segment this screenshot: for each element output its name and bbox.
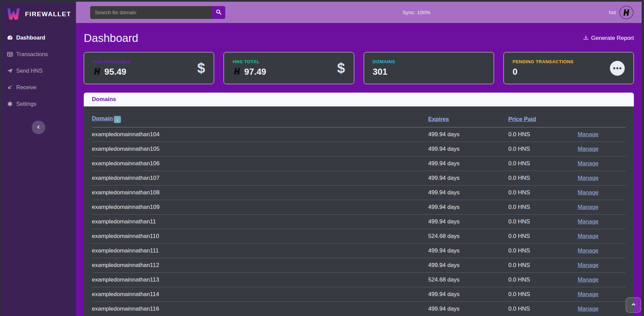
card-value: 301	[373, 67, 387, 77]
sidebar-item-label: Dashboard	[16, 34, 45, 41]
domain-row: exampledomainnathan11499.94 days0.0 HNSM…	[92, 215, 626, 229]
card-text: DOMAINS301	[373, 59, 395, 77]
card-text: HNS TOTAL97.49	[233, 59, 266, 77]
domain-price: 0.0 HNS	[508, 200, 578, 215]
card-label: HNS TOTAL	[233, 59, 266, 64]
sidebar-item-label: Send HNS	[16, 68, 43, 74]
domain-price: 0.0 HNS	[508, 215, 578, 229]
domain-expires: 499.94 days	[428, 258, 508, 273]
hns-logo-icon	[233, 68, 241, 76]
app-window: FIREWALLET DashboardTransactionsSend HNS…	[1, 2, 642, 316]
brand-name: FIREWALLET	[25, 10, 71, 18]
dollar-icon: $	[337, 61, 345, 75]
stat-card-domains: DOMAINS301	[364, 52, 494, 84]
card-value: 97.49	[244, 67, 266, 77]
domain-price: 0.0 HNS	[508, 156, 578, 171]
scroll-to-top-button[interactable]	[626, 297, 641, 313]
manage-link[interactable]: Manage	[578, 218, 598, 225]
card-label: HNS AVAILABLE	[93, 59, 131, 64]
sort-by-domain-link[interactable]: Domain	[92, 115, 113, 122]
handshake-logo-icon[interactable]	[619, 6, 634, 19]
manage-link[interactable]: Manage	[578, 247, 598, 254]
domain-expires: 499.94 days	[428, 127, 508, 142]
brand[interactable]: FIREWALLET	[1, 2, 76, 26]
domain-expires: 499.94 days	[428, 244, 508, 258]
sidebar-item-transactions[interactable]: Transactions	[1, 46, 76, 63]
page-content: Dashboard Generate Report HNS AVAILABLE9…	[76, 23, 642, 316]
sidebar-item-label: Transactions	[16, 51, 48, 57]
domain-price: 0.0 HNS	[508, 287, 578, 302]
page-title: Dashboard	[84, 32, 138, 45]
stat-card-hns-total: HNS TOTAL97.49$	[224, 52, 354, 84]
domain-expires: 499.94 days	[428, 156, 508, 171]
sort-by-price-link[interactable]: Price Paid	[508, 116, 536, 122]
chevron-left-icon	[36, 125, 41, 130]
topbar: Sync: 100% hot	[76, 2, 642, 23]
manage-link[interactable]: Manage	[578, 276, 598, 283]
card-label: DOMAINS	[373, 59, 395, 64]
domain-name: exampledomainnathan116	[92, 302, 428, 316]
hns-logo-icon	[93, 68, 102, 76]
domain-name: exampledomainnathan108	[92, 186, 428, 200]
sort-by-expires-link[interactable]: Expires	[428, 116, 449, 122]
domain-row: exampledomainnathan108499.94 days0.0 HNS…	[92, 186, 626, 200]
domain-name: exampledomainnathan112	[92, 258, 428, 273]
sidebar-item-label: Settings	[16, 101, 36, 107]
manage-link[interactable]: Manage	[578, 291, 598, 297]
manage-link[interactable]: Manage	[578, 189, 598, 196]
domain-row: exampledomainnathan106499.94 days0.0 HNS…	[92, 156, 626, 171]
manage-link[interactable]: Manage	[578, 160, 598, 167]
manage-link[interactable]: Manage	[578, 204, 598, 210]
page-header: Dashboard Generate Report	[84, 32, 634, 45]
firewallet-logo-icon	[7, 8, 20, 21]
receive-icon	[7, 84, 13, 91]
domain-expires: 499.94 days	[428, 215, 508, 229]
domain-row: exampledomainnathan109499.94 days0.0 HNS…	[92, 200, 626, 215]
domain-expires: 499.94 days	[428, 302, 508, 316]
manage-link[interactable]: Manage	[578, 233, 598, 239]
chevron-up-icon	[631, 302, 636, 308]
sidebar-item-send-hns[interactable]: Send HNS	[1, 63, 76, 79]
sidebar: FIREWALLET DashboardTransactionsSend HNS…	[1, 2, 76, 316]
domain-price: 0.0 HNS	[508, 302, 578, 316]
sidebar-item-receive[interactable]: Receive	[1, 79, 76, 96]
dollar-icon: $	[197, 61, 205, 75]
domain-row: exampledomainnathan110524.68 days0.0 HNS…	[92, 229, 626, 244]
search-icon	[216, 9, 222, 16]
sidebar-item-dashboard[interactable]: Dashboard	[1, 29, 76, 46]
domain-expires: 524.68 days	[428, 229, 508, 244]
domain-row: exampledomainnathan116499.94 days0.0 HNS…	[92, 302, 626, 316]
sidebar-item-settings[interactable]: Settings	[1, 96, 76, 112]
domain-row: exampledomainnathan107499.94 days0.0 HNS…	[92, 171, 626, 186]
domain-expires: 499.94 days	[428, 287, 508, 302]
sync-status: Sync: 100%	[393, 9, 440, 16]
domain-row: exampledomainnathan113524.68 days0.0 HNS…	[92, 273, 626, 287]
ellipsis-icon[interactable]	[610, 61, 625, 76]
domain-price: 0.0 HNS	[508, 244, 578, 258]
card-label: PENDING TRANSACTIONS	[513, 59, 574, 64]
manage-link[interactable]: Manage	[578, 131, 598, 138]
search-button[interactable]	[212, 6, 225, 19]
domain-name: exampledomainnathan114	[92, 287, 428, 302]
sidebar-collapse-button[interactable]	[32, 121, 45, 134]
domain-expires: 499.94 days	[428, 171, 508, 186]
generate-report-button[interactable]: Generate Report	[583, 35, 634, 42]
wallet-name: hot	[609, 9, 616, 15]
send-icon	[7, 68, 13, 74]
card-value: 95.49	[104, 67, 126, 77]
generate-report-label: Generate Report	[591, 35, 634, 42]
search-input[interactable]	[90, 6, 212, 19]
domain-row: exampledomainnathan105499.94 days0.0 HNS…	[92, 142, 626, 156]
domain-row: exampledomainnathan112499.94 days0.0 HNS…	[92, 258, 626, 273]
manage-link[interactable]: Manage	[578, 306, 598, 312]
domain-name: exampledomainnathan111	[92, 244, 428, 258]
manage-link[interactable]: Manage	[578, 146, 598, 152]
manage-link[interactable]: Manage	[578, 262, 598, 268]
domain-name: exampledomainnathan105	[92, 142, 428, 156]
manage-link[interactable]: Manage	[578, 175, 598, 181]
domain-row: exampledomainnathan111499.94 days0.0 HNS…	[92, 244, 626, 258]
stat-cards: HNS AVAILABLE95.49$HNS TOTAL97.49$DOMAIN…	[84, 52, 634, 84]
domain-price: 0.0 HNS	[508, 258, 578, 273]
domain-price: 0.0 HNS	[508, 127, 578, 142]
sort-down-icon[interactable]: ↓	[114, 116, 121, 123]
